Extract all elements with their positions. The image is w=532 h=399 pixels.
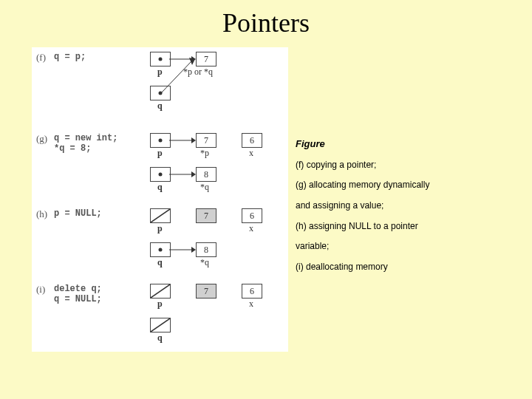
box-i-p: [150, 284, 171, 299]
box-h-q: [150, 242, 171, 257]
label-h-q: q: [157, 257, 163, 268]
box-h-7: 7: [196, 208, 216, 223]
label-g-starq: *q: [200, 182, 209, 193]
label-h-p: p: [157, 223, 163, 234]
label-h-starq: *q: [200, 257, 209, 268]
box-h-8: 8: [196, 242, 216, 257]
caption-figure: Figure: [296, 133, 517, 155]
box-h-p: [150, 208, 171, 223]
panel-g-code2: *q = 8;: [54, 143, 91, 154]
label-h-x: x: [249, 223, 253, 234]
box-f-q: [150, 86, 171, 100]
panel-i-code2: q = NULL;: [54, 294, 102, 304]
panel-g-tag: (g): [36, 133, 47, 145]
arrow-f-p: [169, 52, 197, 66]
label-g-p: p: [157, 148, 163, 159]
box-g-8: 8: [196, 167, 216, 182]
box-f-val: 7: [196, 52, 216, 66]
label-i-q: q: [157, 332, 163, 344]
caption-area: Figure (f) copying a pointer; (g) alloca…: [296, 133, 517, 277]
caption-i: (i) deallocating memory: [296, 257, 517, 278]
page-title: Pointers: [0, 7, 532, 38]
panel-h-code: p = NULL;: [54, 208, 102, 219]
panel-i-tag: (i): [36, 284, 45, 296]
box-g-p: [150, 133, 171, 148]
caption-g2: and assigning a value;: [296, 196, 517, 216]
panel-h-tag: (h): [36, 208, 47, 220]
panel-f-tag: (f): [36, 52, 46, 64]
caption-g: (g) allocating memory dynamically: [296, 175, 517, 196]
svg-line-8: [151, 209, 170, 222]
label-f-starpq: *p or *q: [183, 66, 213, 78]
caption-h2: variable;: [296, 236, 517, 257]
box-g-q: [150, 167, 171, 182]
box-i-x: 6: [242, 284, 262, 299]
label-f-p: p: [157, 66, 163, 78]
box-h-x: 6: [242, 208, 262, 223]
arrow-g-q: [169, 167, 197, 182]
box-g-x: 6: [242, 133, 262, 148]
svg-line-11: [151, 284, 170, 298]
label-f-q: q: [157, 100, 163, 112]
arrow-g-p: [169, 133, 197, 148]
caption-f: (f) copying a pointer;: [296, 155, 517, 176]
box-f-p: [150, 52, 171, 66]
svg-line-12: [151, 318, 170, 332]
box-i-7: 7: [196, 284, 216, 299]
label-g-x: x: [249, 148, 253, 159]
box-i-q: [150, 318, 171, 332]
label-g-starp: *p: [200, 148, 209, 159]
label-i-p: p: [157, 299, 163, 310]
panel-i-code1: delete q;: [54, 284, 102, 294]
arrow-h-q: [169, 242, 197, 257]
panel-f-code: q = p;: [54, 52, 86, 62]
label-i-x: x: [249, 299, 253, 310]
figure-panel: (f) q = p; p 7 *p or *q q (g) q = new in…: [32, 47, 288, 352]
panel-g-code1: q = new int;: [54, 133, 117, 143]
caption-h: (h) assigning NULL to a pointer: [296, 216, 517, 237]
label-g-q: q: [157, 182, 163, 193]
svg-marker-3: [189, 58, 195, 65]
box-g-7: 7: [196, 133, 216, 148]
